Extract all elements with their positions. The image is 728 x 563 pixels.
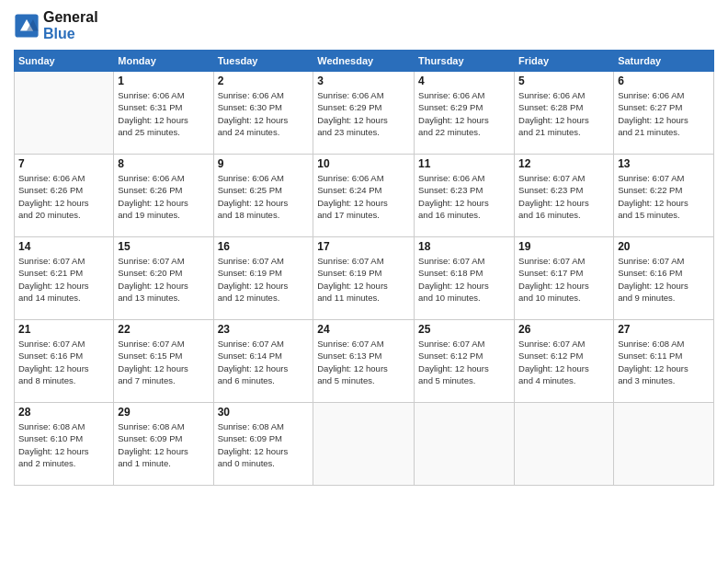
logo-text: General Blue bbox=[43, 9, 98, 42]
calendar-cell: 5Sunrise: 6:06 AM Sunset: 6:28 PM Daylig… bbox=[515, 72, 614, 155]
calendar-cell: 26Sunrise: 6:07 AM Sunset: 6:12 PM Dayli… bbox=[515, 320, 614, 403]
calendar-cell: 7Sunrise: 6:06 AM Sunset: 6:26 PM Daylig… bbox=[15, 155, 114, 237]
day-number: 16 bbox=[218, 240, 310, 253]
logo: General Blue bbox=[14, 9, 98, 42]
day-info: Sunrise: 6:08 AM Sunset: 6:09 PM Dayligh… bbox=[118, 420, 209, 469]
day-info: Sunrise: 6:06 AM Sunset: 6:30 PM Dayligh… bbox=[218, 89, 310, 138]
day-number: 11 bbox=[418, 157, 510, 170]
day-number: 10 bbox=[317, 157, 410, 170]
day-info: Sunrise: 6:07 AM Sunset: 6:19 PM Dayligh… bbox=[218, 255, 310, 304]
calendar-cell bbox=[614, 403, 714, 486]
day-info: Sunrise: 6:06 AM Sunset: 6:29 PM Dayligh… bbox=[317, 89, 410, 138]
calendar-cell: 14Sunrise: 6:07 AM Sunset: 6:21 PM Dayli… bbox=[15, 237, 114, 320]
calendar-cell bbox=[515, 403, 614, 486]
calendar-cell: 9Sunrise: 6:06 AM Sunset: 6:25 PM Daylig… bbox=[213, 155, 313, 237]
calendar-day-header: Monday bbox=[114, 51, 213, 72]
day-info: Sunrise: 6:07 AM Sunset: 6:12 PM Dayligh… bbox=[418, 338, 510, 386]
calendar-cell: 21Sunrise: 6:07 AM Sunset: 6:16 PM Dayli… bbox=[15, 320, 114, 403]
day-number: 25 bbox=[418, 323, 510, 336]
calendar-cell: 18Sunrise: 6:07 AM Sunset: 6:18 PM Dayli… bbox=[415, 237, 515, 320]
day-number: 20 bbox=[618, 240, 710, 253]
calendar-day-header: Sunday bbox=[15, 51, 114, 72]
day-info: Sunrise: 6:07 AM Sunset: 6:13 PM Dayligh… bbox=[317, 338, 410, 386]
day-info: Sunrise: 6:06 AM Sunset: 6:28 PM Dayligh… bbox=[518, 89, 609, 138]
calendar-week-row: 21Sunrise: 6:07 AM Sunset: 6:16 PM Dayli… bbox=[15, 320, 714, 403]
calendar-cell: 1Sunrise: 6:06 AM Sunset: 6:31 PM Daylig… bbox=[114, 72, 213, 155]
day-info: Sunrise: 6:07 AM Sunset: 6:22 PM Dayligh… bbox=[618, 172, 710, 221]
day-number: 13 bbox=[618, 157, 710, 170]
calendar-cell: 3Sunrise: 6:06 AM Sunset: 6:29 PM Daylig… bbox=[313, 72, 415, 155]
calendar-header-row: SundayMondayTuesdayWednesdayThursdayFrid… bbox=[15, 51, 714, 72]
calendar-cell bbox=[15, 72, 114, 155]
day-number: 26 bbox=[518, 323, 609, 336]
day-number: 2 bbox=[218, 75, 310, 87]
logo-icon bbox=[14, 13, 40, 39]
calendar-table: SundayMondayTuesdayWednesdayThursdayFrid… bbox=[14, 50, 714, 486]
day-info: Sunrise: 6:06 AM Sunset: 6:29 PM Dayligh… bbox=[418, 89, 510, 138]
calendar-cell: 11Sunrise: 6:06 AM Sunset: 6:23 PM Dayli… bbox=[415, 155, 515, 237]
day-number: 6 bbox=[618, 75, 710, 87]
day-number: 14 bbox=[18, 240, 109, 253]
calendar-cell: 15Sunrise: 6:07 AM Sunset: 6:20 PM Dayli… bbox=[114, 237, 213, 320]
day-info: Sunrise: 6:07 AM Sunset: 6:16 PM Dayligh… bbox=[618, 255, 710, 304]
day-info: Sunrise: 6:06 AM Sunset: 6:26 PM Dayligh… bbox=[118, 172, 209, 221]
calendar-day-header: Wednesday bbox=[313, 51, 415, 72]
day-info: Sunrise: 6:07 AM Sunset: 6:15 PM Dayligh… bbox=[118, 338, 209, 386]
day-info: Sunrise: 6:07 AM Sunset: 6:18 PM Dayligh… bbox=[418, 255, 510, 304]
day-number: 28 bbox=[18, 406, 109, 419]
day-number: 29 bbox=[118, 406, 209, 419]
calendar-cell: 28Sunrise: 6:08 AM Sunset: 6:10 PM Dayli… bbox=[15, 403, 114, 486]
day-info: Sunrise: 6:07 AM Sunset: 6:23 PM Dayligh… bbox=[518, 172, 609, 221]
day-number: 4 bbox=[418, 75, 510, 87]
day-number: 12 bbox=[518, 157, 609, 170]
day-info: Sunrise: 6:07 AM Sunset: 6:21 PM Dayligh… bbox=[18, 255, 109, 304]
day-number: 24 bbox=[317, 323, 410, 336]
calendar-cell: 13Sunrise: 6:07 AM Sunset: 6:22 PM Dayli… bbox=[614, 155, 714, 237]
calendar-day-header: Friday bbox=[515, 51, 614, 72]
calendar-cell: 17Sunrise: 6:07 AM Sunset: 6:19 PM Dayli… bbox=[313, 237, 415, 320]
day-info: Sunrise: 6:06 AM Sunset: 6:31 PM Dayligh… bbox=[118, 89, 209, 138]
calendar-week-row: 1Sunrise: 6:06 AM Sunset: 6:31 PM Daylig… bbox=[15, 72, 714, 155]
day-number: 1 bbox=[118, 75, 209, 87]
day-info: Sunrise: 6:08 AM Sunset: 6:11 PM Dayligh… bbox=[618, 338, 710, 386]
day-number: 17 bbox=[317, 240, 410, 253]
day-info: Sunrise: 6:07 AM Sunset: 6:17 PM Dayligh… bbox=[518, 255, 609, 304]
day-number: 23 bbox=[218, 323, 310, 336]
day-info: Sunrise: 6:07 AM Sunset: 6:16 PM Dayligh… bbox=[18, 338, 109, 386]
day-number: 8 bbox=[118, 157, 209, 170]
calendar-cell: 30Sunrise: 6:08 AM Sunset: 6:09 PM Dayli… bbox=[213, 403, 313, 486]
day-info: Sunrise: 6:07 AM Sunset: 6:12 PM Dayligh… bbox=[518, 338, 609, 386]
calendar-cell: 27Sunrise: 6:08 AM Sunset: 6:11 PM Dayli… bbox=[614, 320, 714, 403]
calendar-cell bbox=[415, 403, 515, 486]
calendar-week-row: 7Sunrise: 6:06 AM Sunset: 6:26 PM Daylig… bbox=[15, 155, 714, 237]
calendar-cell: 12Sunrise: 6:07 AM Sunset: 6:23 PM Dayli… bbox=[515, 155, 614, 237]
day-number: 22 bbox=[118, 323, 209, 336]
day-number: 5 bbox=[518, 75, 609, 87]
calendar-cell: 29Sunrise: 6:08 AM Sunset: 6:09 PM Dayli… bbox=[114, 403, 213, 486]
day-number: 15 bbox=[118, 240, 209, 253]
calendar-week-row: 28Sunrise: 6:08 AM Sunset: 6:10 PM Dayli… bbox=[15, 403, 714, 486]
day-number: 3 bbox=[317, 75, 410, 87]
calendar-cell: 20Sunrise: 6:07 AM Sunset: 6:16 PM Dayli… bbox=[614, 237, 714, 320]
day-info: Sunrise: 6:06 AM Sunset: 6:27 PM Dayligh… bbox=[618, 89, 710, 138]
calendar-cell: 25Sunrise: 6:07 AM Sunset: 6:12 PM Dayli… bbox=[415, 320, 515, 403]
day-number: 9 bbox=[218, 157, 310, 170]
calendar-cell: 2Sunrise: 6:06 AM Sunset: 6:30 PM Daylig… bbox=[213, 72, 313, 155]
page-header: General Blue bbox=[14, 9, 714, 42]
calendar-cell: 10Sunrise: 6:06 AM Sunset: 6:24 PM Dayli… bbox=[313, 155, 415, 237]
calendar-day-header: Tuesday bbox=[213, 51, 313, 72]
day-number: 19 bbox=[518, 240, 609, 253]
calendar-cell: 8Sunrise: 6:06 AM Sunset: 6:26 PM Daylig… bbox=[114, 155, 213, 237]
calendar-cell: 22Sunrise: 6:07 AM Sunset: 6:15 PM Dayli… bbox=[114, 320, 213, 403]
calendar-day-header: Saturday bbox=[614, 51, 714, 72]
day-number: 7 bbox=[18, 157, 109, 170]
day-number: 21 bbox=[18, 323, 109, 336]
calendar-cell bbox=[313, 403, 415, 486]
day-info: Sunrise: 6:07 AM Sunset: 6:19 PM Dayligh… bbox=[317, 255, 410, 304]
calendar-cell: 19Sunrise: 6:07 AM Sunset: 6:17 PM Dayli… bbox=[515, 237, 614, 320]
calendar-cell: 16Sunrise: 6:07 AM Sunset: 6:19 PM Dayli… bbox=[213, 237, 313, 320]
day-info: Sunrise: 6:07 AM Sunset: 6:14 PM Dayligh… bbox=[218, 338, 310, 386]
day-number: 18 bbox=[418, 240, 510, 253]
day-number: 30 bbox=[218, 406, 310, 419]
day-number: 27 bbox=[618, 323, 710, 336]
